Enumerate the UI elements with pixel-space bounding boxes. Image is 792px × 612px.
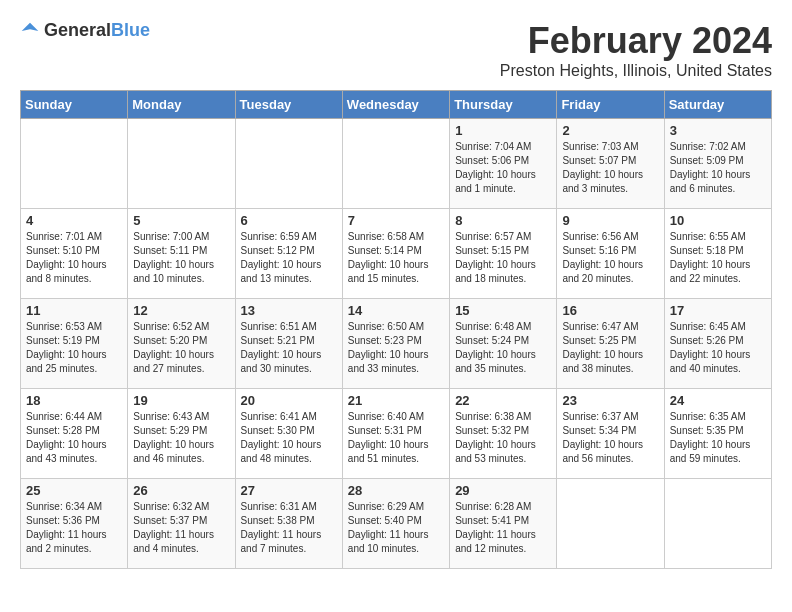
day-info: Sunrise: 7:02 AM Sunset: 5:09 PM Dayligh… <box>670 140 766 196</box>
header-day-friday: Friday <box>557 91 664 119</box>
calendar-week-4: 18Sunrise: 6:44 AM Sunset: 5:28 PM Dayli… <box>21 389 772 479</box>
day-info: Sunrise: 7:04 AM Sunset: 5:06 PM Dayligh… <box>455 140 551 196</box>
day-number: 22 <box>455 393 551 408</box>
calendar-cell: 28Sunrise: 6:29 AM Sunset: 5:40 PM Dayli… <box>342 479 449 569</box>
day-number: 15 <box>455 303 551 318</box>
day-number: 20 <box>241 393 337 408</box>
logo-icon <box>20 21 40 41</box>
day-info: Sunrise: 6:59 AM Sunset: 5:12 PM Dayligh… <box>241 230 337 286</box>
calendar-week-2: 4Sunrise: 7:01 AM Sunset: 5:10 PM Daylig… <box>21 209 772 299</box>
day-info: Sunrise: 6:55 AM Sunset: 5:18 PM Dayligh… <box>670 230 766 286</box>
calendar-cell: 10Sunrise: 6:55 AM Sunset: 5:18 PM Dayli… <box>664 209 771 299</box>
day-info: Sunrise: 6:58 AM Sunset: 5:14 PM Dayligh… <box>348 230 444 286</box>
day-info: Sunrise: 6:56 AM Sunset: 5:16 PM Dayligh… <box>562 230 658 286</box>
day-info: Sunrise: 7:03 AM Sunset: 5:07 PM Dayligh… <box>562 140 658 196</box>
calendar-cell <box>664 479 771 569</box>
calendar-week-1: 1Sunrise: 7:04 AM Sunset: 5:06 PM Daylig… <box>21 119 772 209</box>
calendar-cell: 16Sunrise: 6:47 AM Sunset: 5:25 PM Dayli… <box>557 299 664 389</box>
calendar-cell: 20Sunrise: 6:41 AM Sunset: 5:30 PM Dayli… <box>235 389 342 479</box>
calendar-cell: 24Sunrise: 6:35 AM Sunset: 5:35 PM Dayli… <box>664 389 771 479</box>
logo-general: General <box>44 20 111 40</box>
day-info: Sunrise: 6:51 AM Sunset: 5:21 PM Dayligh… <box>241 320 337 376</box>
calendar-cell: 21Sunrise: 6:40 AM Sunset: 5:31 PM Dayli… <box>342 389 449 479</box>
calendar-cell: 11Sunrise: 6:53 AM Sunset: 5:19 PM Dayli… <box>21 299 128 389</box>
calendar-body: 1Sunrise: 7:04 AM Sunset: 5:06 PM Daylig… <box>21 119 772 569</box>
day-info: Sunrise: 6:53 AM Sunset: 5:19 PM Dayligh… <box>26 320 122 376</box>
calendar-header: SundayMondayTuesdayWednesdayThursdayFrid… <box>21 91 772 119</box>
calendar-cell: 1Sunrise: 7:04 AM Sunset: 5:06 PM Daylig… <box>450 119 557 209</box>
day-info: Sunrise: 6:52 AM Sunset: 5:20 PM Dayligh… <box>133 320 229 376</box>
day-info: Sunrise: 6:44 AM Sunset: 5:28 PM Dayligh… <box>26 410 122 466</box>
title-area: February 2024 Preston Heights, Illinois,… <box>500 20 772 80</box>
day-number: 5 <box>133 213 229 228</box>
day-number: 19 <box>133 393 229 408</box>
calendar-cell: 8Sunrise: 6:57 AM Sunset: 5:15 PM Daylig… <box>450 209 557 299</box>
day-info: Sunrise: 6:31 AM Sunset: 5:38 PM Dayligh… <box>241 500 337 556</box>
day-number: 23 <box>562 393 658 408</box>
calendar-cell <box>128 119 235 209</box>
calendar-cell <box>557 479 664 569</box>
header-day-wednesday: Wednesday <box>342 91 449 119</box>
calendar-cell <box>342 119 449 209</box>
day-number: 17 <box>670 303 766 318</box>
calendar-table: SundayMondayTuesdayWednesdayThursdayFrid… <box>20 90 772 569</box>
calendar-week-3: 11Sunrise: 6:53 AM Sunset: 5:19 PM Dayli… <box>21 299 772 389</box>
day-number: 9 <box>562 213 658 228</box>
calendar-cell: 2Sunrise: 7:03 AM Sunset: 5:07 PM Daylig… <box>557 119 664 209</box>
header-day-tuesday: Tuesday <box>235 91 342 119</box>
calendar-cell: 7Sunrise: 6:58 AM Sunset: 5:14 PM Daylig… <box>342 209 449 299</box>
calendar-cell: 19Sunrise: 6:43 AM Sunset: 5:29 PM Dayli… <box>128 389 235 479</box>
calendar-cell: 3Sunrise: 7:02 AM Sunset: 5:09 PM Daylig… <box>664 119 771 209</box>
calendar-cell: 23Sunrise: 6:37 AM Sunset: 5:34 PM Dayli… <box>557 389 664 479</box>
day-number: 18 <box>26 393 122 408</box>
calendar-cell: 29Sunrise: 6:28 AM Sunset: 5:41 PM Dayli… <box>450 479 557 569</box>
calendar-cell: 17Sunrise: 6:45 AM Sunset: 5:26 PM Dayli… <box>664 299 771 389</box>
day-number: 12 <box>133 303 229 318</box>
day-number: 25 <box>26 483 122 498</box>
subtitle: Preston Heights, Illinois, United States <box>500 62 772 80</box>
calendar-cell: 4Sunrise: 7:01 AM Sunset: 5:10 PM Daylig… <box>21 209 128 299</box>
day-info: Sunrise: 7:01 AM Sunset: 5:10 PM Dayligh… <box>26 230 122 286</box>
day-number: 27 <box>241 483 337 498</box>
calendar-cell: 27Sunrise: 6:31 AM Sunset: 5:38 PM Dayli… <box>235 479 342 569</box>
day-number: 8 <box>455 213 551 228</box>
calendar-cell: 15Sunrise: 6:48 AM Sunset: 5:24 PM Dayli… <box>450 299 557 389</box>
day-number: 3 <box>670 123 766 138</box>
header-day-monday: Monday <box>128 91 235 119</box>
header-day-saturday: Saturday <box>664 91 771 119</box>
calendar-cell: 26Sunrise: 6:32 AM Sunset: 5:37 PM Dayli… <box>128 479 235 569</box>
day-info: Sunrise: 6:40 AM Sunset: 5:31 PM Dayligh… <box>348 410 444 466</box>
header-day-thursday: Thursday <box>450 91 557 119</box>
calendar-cell: 5Sunrise: 7:00 AM Sunset: 5:11 PM Daylig… <box>128 209 235 299</box>
day-number: 7 <box>348 213 444 228</box>
main-title: February 2024 <box>500 20 772 62</box>
day-number: 28 <box>348 483 444 498</box>
day-number: 29 <box>455 483 551 498</box>
day-number: 6 <box>241 213 337 228</box>
day-number: 1 <box>455 123 551 138</box>
calendar-cell: 14Sunrise: 6:50 AM Sunset: 5:23 PM Dayli… <box>342 299 449 389</box>
day-info: Sunrise: 6:41 AM Sunset: 5:30 PM Dayligh… <box>241 410 337 466</box>
calendar-cell: 25Sunrise: 6:34 AM Sunset: 5:36 PM Dayli… <box>21 479 128 569</box>
day-info: Sunrise: 6:57 AM Sunset: 5:15 PM Dayligh… <box>455 230 551 286</box>
day-number: 2 <box>562 123 658 138</box>
calendar-cell: 22Sunrise: 6:38 AM Sunset: 5:32 PM Dayli… <box>450 389 557 479</box>
day-number: 24 <box>670 393 766 408</box>
day-info: Sunrise: 6:38 AM Sunset: 5:32 PM Dayligh… <box>455 410 551 466</box>
logo-text: GeneralBlue <box>44 20 150 41</box>
day-info: Sunrise: 6:28 AM Sunset: 5:41 PM Dayligh… <box>455 500 551 556</box>
day-info: Sunrise: 6:48 AM Sunset: 5:24 PM Dayligh… <box>455 320 551 376</box>
day-info: Sunrise: 6:35 AM Sunset: 5:35 PM Dayligh… <box>670 410 766 466</box>
calendar-cell: 6Sunrise: 6:59 AM Sunset: 5:12 PM Daylig… <box>235 209 342 299</box>
day-number: 11 <box>26 303 122 318</box>
header-day-sunday: Sunday <box>21 91 128 119</box>
day-number: 14 <box>348 303 444 318</box>
calendar-cell <box>235 119 342 209</box>
calendar-cell: 13Sunrise: 6:51 AM Sunset: 5:21 PM Dayli… <box>235 299 342 389</box>
day-info: Sunrise: 6:29 AM Sunset: 5:40 PM Dayligh… <box>348 500 444 556</box>
logo: GeneralBlue <box>20 20 150 41</box>
day-number: 26 <box>133 483 229 498</box>
calendar-cell <box>21 119 128 209</box>
day-info: Sunrise: 6:37 AM Sunset: 5:34 PM Dayligh… <box>562 410 658 466</box>
header-row: SundayMondayTuesdayWednesdayThursdayFrid… <box>21 91 772 119</box>
